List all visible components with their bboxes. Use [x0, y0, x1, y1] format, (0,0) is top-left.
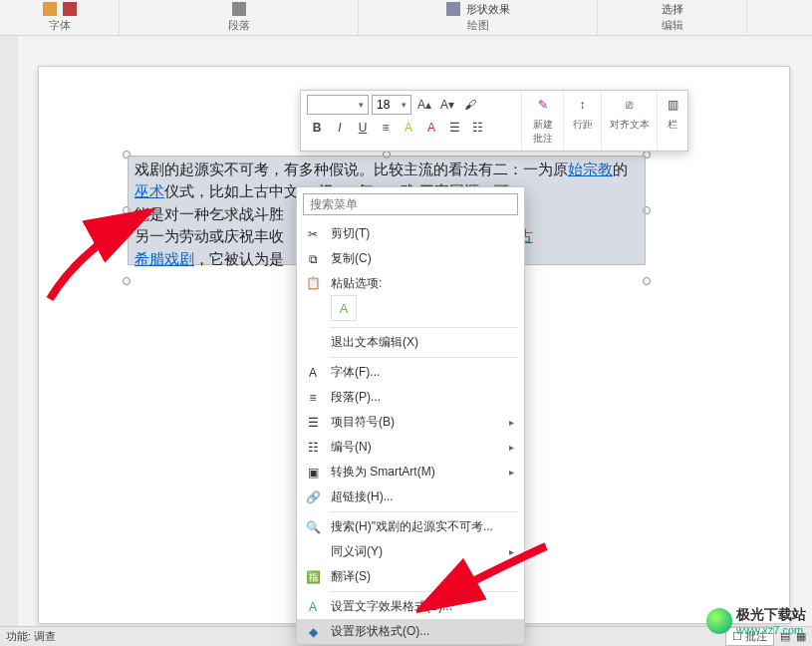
placeholder-icon: [63, 2, 77, 16]
search-icon: 🔍: [305, 519, 321, 535]
svg-rect-2: [232, 2, 246, 16]
svg-rect-3: [446, 2, 460, 16]
placeholder-icon: [446, 2, 460, 16]
increase-font-button[interactable]: A▴: [414, 95, 434, 115]
shape-effects-button[interactable]: 形状效果: [466, 2, 510, 17]
menu-text-effects-format[interactable]: A设置文字效果格式(S)...: [297, 594, 524, 619]
watermark-logo: 极光下载站 www.xz7.com: [706, 606, 806, 636]
context-menu: ✂剪切(T) ⧉复制(C) 📋粘贴选项: A 退出文本编辑(X) A字体(F).…: [296, 186, 525, 645]
scroll-gutter[interactable]: [0, 36, 18, 646]
ribbon-group-label: 编辑: [662, 18, 683, 33]
svg-rect-1: [63, 2, 77, 16]
decrease-font-button[interactable]: A▾: [437, 95, 457, 115]
menu-bullets[interactable]: ☰项目符号(B)▸: [297, 410, 524, 435]
ribbon-group-drawing: 形状效果 绘图: [359, 0, 598, 35]
format-painter-button[interactable]: 🖌: [460, 95, 480, 115]
submenu-arrow-icon: ▸: [509, 467, 514, 478]
menu-search-web[interactable]: 🔍搜索(H)"戏剧的起源实不可考...: [297, 514, 524, 539]
shape-format-icon: ◆: [305, 624, 321, 640]
mini-toolbar: ▾ ▾ A▴ A▾ 🖌 B I U ≡ A A ☰ ☷ ✎ 新建 批注 ↕ 行距…: [300, 90, 688, 152]
font-icon: A: [305, 365, 321, 381]
menu-hyperlink[interactable]: 🔗超链接(H)...: [297, 484, 524, 509]
hyperlink-icon: 🔗: [305, 489, 321, 505]
status-text: 功能: 调查: [6, 629, 56, 644]
bold-button[interactable]: B: [307, 118, 327, 138]
text-effects-icon: A: [305, 599, 321, 615]
logo-icon: [706, 608, 732, 634]
link[interactable]: 巫术: [135, 183, 164, 199]
menu-paragraph[interactable]: ≡段落(P)...: [297, 385, 524, 410]
numbering-button[interactable]: ☷: [467, 118, 487, 138]
menu-translate[interactable]: 🈯翻译(S): [297, 564, 524, 589]
ribbon-group-label: 字体: [49, 18, 71, 33]
svg-rect-0: [43, 2, 57, 16]
ribbon: 字体 段落 形状效果 绘图 选择 编辑: [0, 0, 812, 36]
menu-exit-text-edit[interactable]: 退出文本编辑(X): [297, 330, 524, 355]
ribbon-group-label: 绘图: [467, 18, 489, 33]
font-family-combo[interactable]: ▾: [307, 95, 369, 115]
bullets-icon: ☰: [305, 415, 321, 431]
link[interactable]: 希腊戏剧: [135, 251, 194, 267]
menu-font[interactable]: A字体(F)...: [297, 360, 524, 385]
menu-paste-options: 📋粘贴选项:: [297, 271, 524, 293]
smartart-icon: ▣: [305, 465, 321, 481]
ribbon-group-editing: 选择 编辑: [598, 0, 747, 35]
copy-icon: ⧉: [305, 251, 321, 267]
menu-numbering[interactable]: ☷编号(N)▸: [297, 435, 524, 460]
submenu-arrow-icon: ▸: [509, 442, 514, 453]
resize-handle[interactable]: [123, 277, 131, 285]
placeholder-icon: [43, 2, 57, 16]
menu-search-box[interactable]: [303, 193, 518, 215]
paste-option-keep-text[interactable]: A: [331, 295, 357, 321]
paste-icon: 📋: [305, 275, 321, 291]
menu-convert-smartart[interactable]: ▣转换为 SmartArt(M)▸: [297, 460, 524, 484]
menu-synonyms[interactable]: 同义词(Y)▸: [297, 539, 524, 564]
ribbon-group-font: 字体: [0, 0, 120, 35]
italic-button[interactable]: I: [330, 118, 350, 138]
placeholder-icon: [232, 2, 246, 16]
columns-button[interactable]: ▥: [663, 95, 682, 115]
select-button[interactable]: 选择: [662, 2, 683, 17]
ribbon-group-label: 段落: [228, 18, 250, 33]
new-comment-button[interactable]: ✎: [533, 95, 553, 115]
link[interactable]: 始宗教: [568, 162, 613, 177]
menu-cut[interactable]: ✂剪切(T): [297, 221, 524, 246]
line-spacing-button[interactable]: ↕: [573, 95, 593, 115]
translate-icon: 🈯: [305, 569, 321, 585]
font-color-button[interactable]: A: [421, 118, 441, 138]
resize-handle[interactable]: [643, 277, 651, 285]
numbering-icon: ☷: [305, 440, 321, 456]
cut-icon: ✂: [305, 226, 321, 242]
submenu-arrow-icon: ▸: [509, 546, 514, 557]
bullets-button[interactable]: ☰: [444, 118, 464, 138]
align-button[interactable]: ≡: [376, 118, 396, 138]
font-size-combo[interactable]: ▾: [372, 95, 411, 115]
ribbon-group-paragraph: 段落: [120, 0, 359, 35]
align-text-button[interactable]: ⎚: [620, 95, 640, 115]
menu-copy[interactable]: ⧉复制(C): [297, 246, 524, 271]
menu-shape-format[interactable]: ◆设置形状格式(O)...: [297, 619, 524, 644]
highlight-button[interactable]: A: [399, 118, 418, 138]
submenu-arrow-icon: ▸: [509, 417, 514, 428]
paragraph-icon: ≡: [305, 390, 321, 406]
underline-button[interactable]: U: [353, 118, 373, 138]
